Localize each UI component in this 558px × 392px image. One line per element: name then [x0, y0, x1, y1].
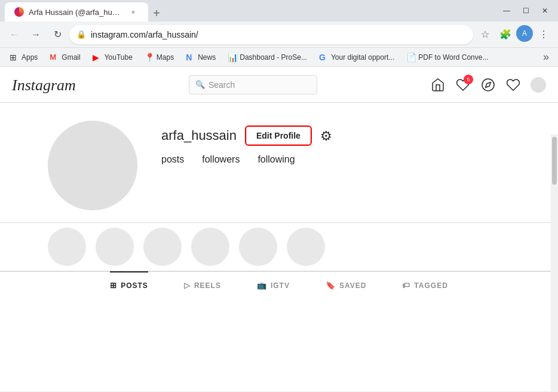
posts-grid: [0, 298, 558, 370]
bookmark-dashboard[interactable]: 📊 Dashboard - ProSe...: [223, 50, 312, 65]
forward-button[interactable]: →: [26, 25, 45, 44]
igtv-tab-label: IGTV: [271, 281, 290, 290]
bookmark-news-label: News: [198, 53, 216, 62]
bookmark-pdf[interactable]: 📄 PDF to Word Conve...: [401, 50, 493, 65]
saved-tab-icon: 🔖: [326, 281, 336, 290]
highlight-circle: [96, 228, 134, 266]
notification-badge: 5: [464, 75, 473, 84]
highlight-item[interactable]: [191, 228, 229, 266]
profile-header-row: arfa_hussain Edit Profile ⚙: [161, 127, 534, 145]
posts-stat: posts: [161, 154, 184, 165]
highlight-circle: [48, 228, 86, 266]
profile-tabs: ⊞ POSTS ▷ REELS 📺 IGTV 🔖 SAVED 🏷 TAGGED: [0, 271, 558, 298]
tagged-tab-icon: 🏷: [402, 281, 410, 290]
tab-tagged[interactable]: 🏷 TAGGED: [402, 271, 447, 298]
bookmark-gmail[interactable]: M Gmail: [45, 50, 85, 65]
tab-igtv[interactable]: 📺 IGTV: [257, 271, 290, 298]
posts-label: posts: [161, 154, 184, 164]
bookmark-youtube[interactable]: ▶ YouTube: [88, 50, 137, 65]
window-controls: — ☐ ✕: [498, 2, 553, 19]
highlight-item[interactable]: [143, 228, 182, 266]
browser-chrome: Arfa Hussain (@arfa_hussain) • Ir... × +…: [0, 0, 558, 67]
settings-icon[interactable]: ⚙: [320, 128, 335, 143]
pdf-icon: 📄: [406, 53, 416, 62]
bookmark-google[interactable]: G Your digital opport...: [314, 50, 399, 65]
active-tab[interactable]: Arfa Hussain (@arfa_hussain) • Ir... ×: [5, 2, 148, 22]
svg-marker-1: [486, 82, 490, 87]
highlight-circle: [287, 228, 325, 266]
reels-tab-label: REELS: [194, 281, 221, 290]
followers-stat: followers: [202, 154, 240, 165]
highlight-item[interactable]: [96, 228, 134, 266]
profile-nav-icon[interactable]: [531, 77, 546, 93]
edit-profile-button[interactable]: Edit Profile: [246, 127, 311, 145]
search-bar[interactable]: 🔍 Search: [189, 75, 317, 94]
back-button[interactable]: ←: [5, 25, 24, 44]
reload-button[interactable]: ↻: [48, 25, 67, 44]
toolbar: ← → ↻ 🔒 instagram.com/arfa_hussain/ ☆ 🧩 …: [0, 22, 558, 48]
heart-nav-icon[interactable]: [505, 77, 521, 93]
gmail-icon: M: [50, 53, 59, 62]
bookmark-apps[interactable]: ⊞ Apps: [5, 50, 42, 65]
address-bar[interactable]: 🔒 instagram.com/arfa_hussain/: [69, 25, 473, 44]
igtv-tab-icon: 📺: [257, 281, 267, 290]
new-tab-button[interactable]: +: [148, 5, 165, 22]
following-stat: following: [257, 154, 295, 165]
tab-close-button[interactable]: ×: [128, 7, 139, 17]
news-icon: N: [186, 53, 195, 62]
bookmark-maps[interactable]: 📍 Maps: [140, 50, 179, 65]
bookmarks-bar: ⊞ Apps M Gmail ▶ YouTube 📍 Maps N News 📊…: [0, 48, 558, 67]
svg-point-0: [482, 79, 494, 91]
menu-button[interactable]: ⋮: [534, 25, 553, 44]
bookmark-maps-label: Maps: [157, 53, 174, 62]
tab-posts[interactable]: ⊞ POSTS: [110, 271, 148, 298]
profile-stats: posts followers following: [161, 154, 534, 165]
reels-tab-icon: ▷: [184, 281, 191, 290]
youtube-icon: ▶: [93, 53, 102, 62]
maps-icon: 📍: [145, 53, 154, 62]
bookmark-pdf-label: PDF to Word Conve...: [418, 53, 488, 62]
explore-nav-icon[interactable]: [480, 77, 496, 93]
posts-tab-icon: ⊞: [110, 281, 117, 290]
bookmark-news[interactable]: N News: [181, 50, 220, 65]
bookmark-google-label: Your digital opport...: [331, 53, 394, 62]
tab-favicon: [14, 7, 24, 17]
scrollbar-thumb: [552, 137, 557, 185]
lock-icon: 🔒: [76, 30, 86, 39]
followers-label: followers: [202, 154, 240, 164]
highlight-circle: [239, 228, 277, 266]
instagram-header: Instagram 🔍 Search 5: [0, 67, 558, 103]
highlight-item[interactable]: [239, 228, 277, 266]
tab-saved[interactable]: 🔖 SAVED: [326, 271, 366, 298]
posts-tab-label: POSTS: [121, 281, 148, 290]
tab-title: Arfa Hussain (@arfa_hussain) • Ir...: [29, 8, 123, 17]
profile-info: arfa_hussain Edit Profile ⚙ posts follow…: [161, 121, 534, 174]
more-bookmarks-button[interactable]: »: [539, 50, 553, 65]
scrollbar[interactable]: [551, 134, 558, 392]
home-nav-icon[interactable]: [430, 77, 446, 93]
extensions-button[interactable]: 🧩: [496, 25, 515, 44]
bookmark-dashboard-label: Dashboard - ProSe...: [240, 53, 307, 62]
profile-avatar[interactable]: A: [516, 25, 533, 42]
bookmark-youtube-label: YouTube: [105, 53, 133, 62]
profile-username: arfa_hussain: [161, 128, 237, 143]
tagged-tab-label: TAGGED: [414, 281, 447, 290]
toolbar-right: ☆ 🧩 A ⋮: [476, 25, 553, 44]
activity-nav-icon[interactable]: 5: [455, 77, 471, 93]
search-placeholder: Search: [209, 80, 235, 90]
nav-icons: 5: [430, 77, 546, 93]
title-bar: Arfa Hussain (@arfa_hussain) • Ir... × +…: [0, 0, 558, 22]
highlight-item[interactable]: [48, 228, 86, 266]
close-button[interactable]: ✕: [536, 2, 553, 19]
google-icon: G: [319, 53, 329, 62]
minimize-button[interactable]: —: [498, 2, 515, 19]
bookmark-star-button[interactable]: ☆: [476, 25, 495, 44]
profile-section: arfa_hussain Edit Profile ⚙ posts follow…: [0, 103, 558, 222]
highlight-circle: [191, 228, 229, 266]
page-content: Instagram 🔍 Search 5: [0, 67, 558, 391]
maximize-button[interactable]: ☐: [517, 2, 534, 19]
saved-tab-label: SAVED: [339, 281, 366, 290]
highlight-item[interactable]: [287, 228, 325, 266]
tab-reels[interactable]: ▷ REELS: [184, 271, 221, 298]
bookmark-gmail-label: Gmail: [62, 53, 80, 62]
